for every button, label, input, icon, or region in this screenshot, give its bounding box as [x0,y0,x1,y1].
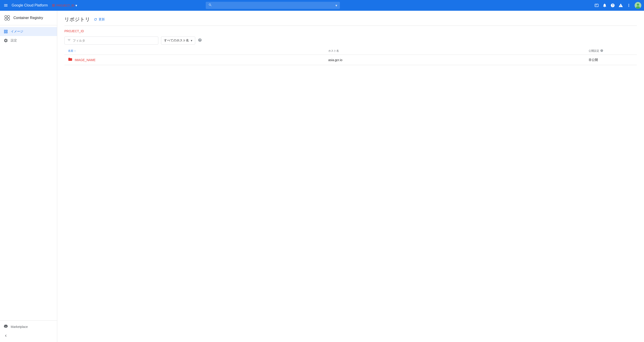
main-content: リポジトリ 更新 PROJECT_ID すべてのホスト名 ▾ [57,11,644,342]
table-cell-name: IMAGE_NAME [68,57,328,63]
images-icon [4,29,8,34]
svg-point-3 [54,6,55,7]
marketplace-icon [4,324,8,329]
sidebar-item-images-label: イメージ [11,30,23,34]
topbar-actions [594,2,641,9]
project-dropdown-icon[interactable]: ▾ [75,3,77,8]
table-cell-public-settings: 非公開 [588,58,633,62]
sidebar-item-marketplace-label: Marketplace [11,325,28,328]
help-circle-icon[interactable] [198,38,202,43]
cloud-shell-icon[interactable] [594,3,599,8]
column-name[interactable]: 名前 ↑ [68,49,328,53]
svg-point-9 [5,18,7,20]
project-selector[interactable]: PROJECT_ID ▾ [52,3,77,8]
avatar[interactable] [634,2,641,9]
search-dropdown-icon[interactable]: ▾ [336,3,337,8]
filter-row: すべてのホスト名 ▾ [64,37,637,45]
sidebar-header: Container Registry [0,11,57,25]
sidebar-nav: イメージ 設定 [0,25,57,320]
public-settings-help-icon[interactable] [600,49,603,53]
sort-asc-icon: ↑ [74,50,76,53]
svg-point-10 [8,18,10,20]
page-header: リポジトリ 更新 [64,16,637,26]
table-row[interactable]: IMAGE_NAME asia.gcr.io 非公開 [64,55,637,65]
host-dropdown-arrow-icon: ▾ [191,39,192,42]
menu-icon[interactable] [3,2,9,9]
layout: Container Registry イメージ 設定 [0,11,644,342]
search-bar: ▾ [206,2,340,9]
sidebar-item-settings[interactable]: 設定 [0,36,57,45]
notifications-icon[interactable] [602,3,607,8]
filter-input[interactable] [73,39,156,42]
more-icon[interactable] [626,3,631,8]
container-registry-icon [4,14,11,22]
refresh-label: 更新 [98,18,105,22]
svg-point-5 [637,4,639,6]
column-public-settings: 公開設定 [588,49,633,53]
app-title: Google Cloud Platform [12,3,48,8]
svg-point-1 [54,4,55,5]
sidebar-app-name: Container Registry [14,16,43,20]
project-name: PROJECT_ID [56,4,74,7]
sidebar: Container Registry イメージ 設定 [0,11,57,342]
folder-icon [68,57,72,63]
sidebar-item-marketplace[interactable]: Marketplace [0,322,57,331]
topbar: Google Cloud Platform PROJECT_ID ▾ ▾ [0,0,644,11]
sidebar-bottom: Marketplace [0,320,57,342]
project-id-label: PROJECT_ID [64,29,637,33]
refresh-button[interactable]: 更新 [94,18,105,22]
alert-icon[interactable] [618,3,623,8]
filter-icon [67,38,71,43]
search-icon [208,3,212,8]
sidebar-item-images[interactable]: イメージ [0,27,57,36]
sidebar-item-settings-label: 設定 [11,39,17,43]
svg-point-0 [52,4,54,5]
table-cell-hostname: asia.gcr.io [328,58,588,62]
search-input[interactable] [214,4,334,7]
svg-point-7 [5,16,7,18]
image-name-link[interactable]: IMAGE_NAME [75,58,96,62]
table: 名前 ↑ ホスト名 公開設定 [64,47,637,65]
filter-input-wrapper [64,37,158,45]
host-dropdown-label: すべてのホスト名 [164,39,189,43]
table-header: 名前 ↑ ホスト名 公開設定 [64,47,637,55]
sidebar-collapse-button[interactable] [0,331,57,340]
settings-icon [4,38,8,43]
host-dropdown[interactable]: すべてのホスト名 ▾ [161,37,195,45]
column-hostname: ホスト名 [328,49,588,53]
help-icon[interactable] [610,3,615,8]
svg-point-8 [8,16,10,18]
svg-point-2 [52,6,54,7]
page-title: リポジトリ [64,16,90,23]
